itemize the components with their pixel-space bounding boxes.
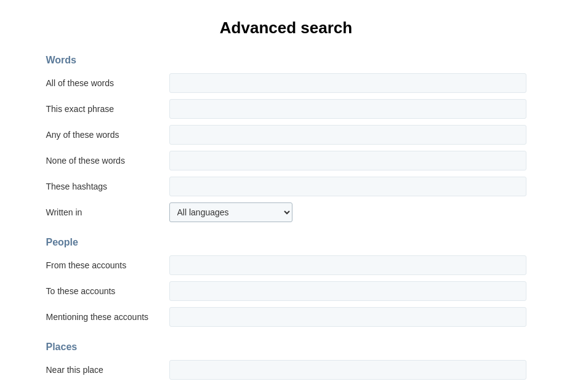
mentioning-these-accounts-input[interactable] [169, 307, 526, 327]
to-these-accounts-label: To these accounts [46, 286, 169, 296]
this-exact-phrase-input[interactable] [169, 99, 526, 119]
none-of-these-words-input[interactable] [169, 151, 526, 170]
all-of-these-words-input[interactable] [169, 73, 526, 93]
places-section-title: Places [46, 342, 526, 353]
any-of-these-words-label: Any of these words [46, 130, 169, 140]
written-in-label: Written in [46, 207, 169, 217]
page-title: Advanced search [46, 12, 526, 38]
this-exact-phrase-label: This exact phrase [46, 104, 169, 114]
this-exact-phrase-row: This exact phrase [46, 99, 526, 119]
these-hashtags-input[interactable] [169, 177, 526, 196]
words-section-title: Words [46, 55, 526, 66]
people-section: People From these accounts To these acco… [46, 237, 526, 327]
words-section: Words All of these words This exact phra… [46, 55, 526, 222]
any-of-these-words-row: Any of these words [46, 125, 526, 145]
none-of-these-words-row: None of these words [46, 151, 526, 170]
to-these-accounts-row: To these accounts [46, 281, 526, 301]
near-this-place-label: Near this place [46, 365, 169, 375]
people-section-title: People [46, 237, 526, 248]
places-section: Places Near this place [46, 342, 526, 380]
near-this-place-input[interactable] [169, 360, 526, 380]
these-hashtags-label: These hashtags [46, 182, 169, 191]
written-in-row: Written in All languages English French … [46, 202, 526, 222]
all-of-these-words-row: All of these words [46, 73, 526, 93]
from-these-accounts-label: From these accounts [46, 260, 169, 270]
none-of-these-words-label: None of these words [46, 156, 169, 166]
all-of-these-words-label: All of these words [46, 78, 169, 88]
to-these-accounts-input[interactable] [169, 281, 526, 301]
any-of-these-words-input[interactable] [169, 125, 526, 145]
mentioning-these-accounts-row: Mentioning these accounts [46, 307, 526, 327]
near-this-place-row: Near this place [46, 360, 526, 380]
these-hashtags-row: These hashtags [46, 177, 526, 196]
page-container: Advanced search Words All of these words… [22, 0, 551, 392]
written-in-select[interactable]: All languages English French German Span… [169, 202, 292, 222]
from-these-accounts-input[interactable] [169, 255, 526, 275]
mentioning-these-accounts-label: Mentioning these accounts [46, 312, 169, 322]
from-these-accounts-row: From these accounts [46, 255, 526, 275]
